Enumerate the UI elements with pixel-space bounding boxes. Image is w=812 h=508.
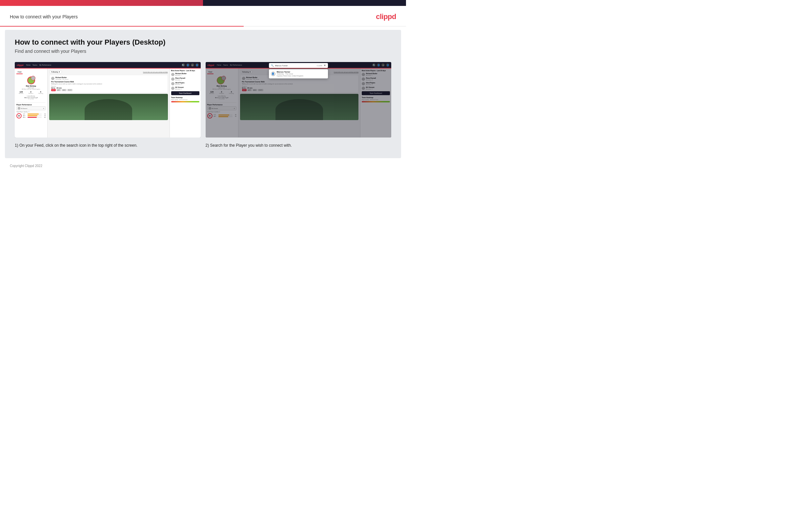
active-player-3: Hiral Pujara Activities: 3: [171, 82, 199, 85]
activity-avatar-1: [51, 77, 54, 80]
activity-desc-1: Walking the course with my coach to buil…: [51, 83, 166, 85]
dropdown-arrow-1: ▼: [43, 108, 44, 109]
clear-btn[interactable]: CLEAR: [317, 65, 322, 67]
search-input-text[interactable]: Marcus Turner: [275, 65, 316, 67]
player-perf-title-1: Player Performance: [16, 104, 46, 106]
score-circle-1: 84: [16, 113, 21, 119]
step-2-desc: 2) Search for the Player you wish to con…: [206, 142, 392, 148]
quality-score-1: 84 OTT 79 APP: [16, 113, 46, 119]
logo: clippd: [376, 12, 396, 21]
user-profile-1: Blair McHarg Golf Coach Mill Ride Golf C…: [16, 76, 46, 101]
app-ui-2: clippd Home Teams My Performance 🔍 👤 ⚙ 👤: [206, 62, 392, 137]
activity-user-info-1: Richard Butler Yesterday · The Grove: [55, 77, 68, 80]
app-nav-1: clippd Home Teams My Performance 🔍 👤 ⚙ 👤: [15, 62, 201, 68]
screenshot-2-img: clippd Home Teams My Performance 🔍 👤 ⚙ 👤: [206, 62, 392, 137]
page-title: How to connect with your Players: [10, 14, 78, 19]
app-sidebar-1: Feed Blair McHarg Golf Coach Mill Ride G…: [15, 69, 48, 137]
badge-app-1: APP: [56, 89, 61, 91]
badge-putt-1: PUTT: [67, 89, 73, 91]
app-nav-items-1: Home Teams My Performance: [26, 64, 179, 66]
active-player-4: Eli Vincent Activities: 1: [171, 86, 199, 90]
search-bar-overlay: 🔍 Marcus Turner CLEAR ✕: [269, 63, 328, 68]
score-bars-1: OTT 79 APP 70: [23, 114, 46, 119]
player-selector-1[interactable]: Eli Vincent ▼: [16, 106, 46, 110]
feed-tab-1[interactable]: Feed: [16, 70, 22, 74]
app-right-1: Most Active Players - Last 30 days Richa…: [170, 69, 201, 137]
header: How to connect with your Players clippd: [0, 6, 406, 26]
screenshot-2: clippd Home Teams My Performance 🔍 👤 ⚙ 👤: [206, 62, 392, 148]
heatmap-sub-1: Player Quality - 20 Round Trend: [171, 99, 199, 100]
stats-row-1: 129 Activities 3 Followers 4: [16, 91, 46, 94]
activity-badges-1: OTT APP ARG PUTT: [51, 89, 166, 91]
search-icon-1[interactable]: 🔍: [182, 64, 185, 67]
following-btn-1[interactable]: Following ▼: [49, 70, 62, 74]
score-bar-ott: OTT 79: [23, 114, 46, 115]
activity-card-header-1: Richard Butler Yesterday · The Grove: [51, 77, 166, 80]
player-name-1: Eli Vincent: [21, 108, 42, 109]
search-result-item[interactable]: 👤 Marcus Turner Yesterday · The Grove Cy…: [271, 71, 326, 77]
main-content: How to connect with your Players (Deskto…: [5, 30, 401, 158]
app-main-1: Following ▼ Control who can see your act…: [48, 69, 170, 137]
result-sub2: Cypress Point Club, United Kingdom: [277, 75, 303, 77]
footer: Copyright Clippd 2022: [0, 162, 406, 170]
top-bar: [0, 0, 406, 6]
activity-title-1: Pre Tournament Course Walk: [51, 81, 166, 83]
quality-label-1: Total Player Quality ⓘ: [16, 111, 46, 113]
user-avatar-1: [31, 76, 36, 80]
result-info: Marcus Turner Yesterday · The Grove Cypr…: [277, 71, 303, 77]
user-club-1: Mill Ride Golf Club, United Kingdom: [16, 89, 46, 90]
active-player-2: Piers Parnell Activities: 4: [171, 77, 199, 81]
nav-teams-1[interactable]: Teams: [33, 64, 37, 66]
most-active-title-1: Most Active Players - Last 30 days: [171, 70, 199, 72]
team-dashboard-btn-1[interactable]: Team Dashboard: [171, 91, 199, 95]
activity-date-1: 27 Jul 2022: [16, 98, 46, 100]
badge-ott-1: OTT: [51, 89, 56, 91]
app-logo-1: clippd: [17, 64, 23, 66]
step-1-desc: 1) On your Feed, click on the search ico…: [15, 142, 201, 148]
nav-home-1[interactable]: Home: [26, 64, 31, 66]
control-link-1[interactable]: Control who can see your activity and da…: [143, 71, 168, 73]
header-divider: [0, 26, 406, 27]
score-bar-app: APP 70: [23, 115, 46, 117]
settings-icon-1[interactable]: ⚙: [191, 64, 194, 67]
main-subtitle: Find and connect with your Players: [15, 49, 391, 54]
main-title: How to connect with your Players (Deskto…: [15, 38, 391, 47]
screenshots-row: clippd Home Teams My Performance 🔍 👤 ⚙ 👤: [15, 62, 391, 148]
team-heatmap-title-1: Team Heatmap: [171, 96, 199, 98]
search-dropdown: 👤 Marcus Turner Yesterday · The Grove Cy…: [269, 69, 328, 78]
close-btn[interactable]: ✕: [324, 64, 326, 67]
app-nav-icons-1: 🔍 👤 ⚙ 👤: [182, 64, 199, 67]
search-icon-overlay: 🔍: [271, 64, 274, 67]
app-ui-1: clippd Home Teams My Performance 🔍 👤 ⚙ 👤: [15, 62, 201, 137]
player-avatar-1: [18, 107, 20, 110]
profile-icon-1[interactable]: 👤: [195, 64, 199, 67]
screenshot-1: clippd Home Teams My Performance 🔍 👤 ⚙ 👤: [15, 62, 201, 148]
app-body-1: Feed Blair McHarg Golf Coach Mill Ride G…: [15, 69, 201, 137]
heatmap-bar-1: [171, 101, 199, 102]
stat-activities-1: 129 Activities: [19, 91, 23, 94]
copyright: Copyright Clippd 2022: [10, 164, 42, 168]
golfer-image-1: [49, 94, 168, 120]
result-avatar: 👤: [271, 72, 276, 76]
stat-following-1: 4 Following: [38, 91, 43, 94]
badge-arg-1: ARG: [62, 89, 66, 91]
stat-followers-1: 3 Followers: [29, 91, 34, 94]
user-icon-1[interactable]: 👤: [186, 64, 190, 67]
following-bar-1: Following ▼ Control who can see your act…: [49, 70, 168, 74]
score-bar-arg: ARG 64: [23, 117, 46, 118]
player-perf-section-1: Player Performance Eli Vincent ▼ Total P…: [16, 102, 46, 119]
active-player-1: Richard Butler Activities: 7: [171, 73, 199, 76]
nav-my-performance-1[interactable]: My Performance: [39, 64, 51, 66]
screenshot-1-img: clippd Home Teams My Performance 🔍 👤 ⚙ 👤: [15, 62, 201, 137]
activity-card-1: Richard Butler Yesterday · The Grove Pre…: [49, 75, 168, 93]
